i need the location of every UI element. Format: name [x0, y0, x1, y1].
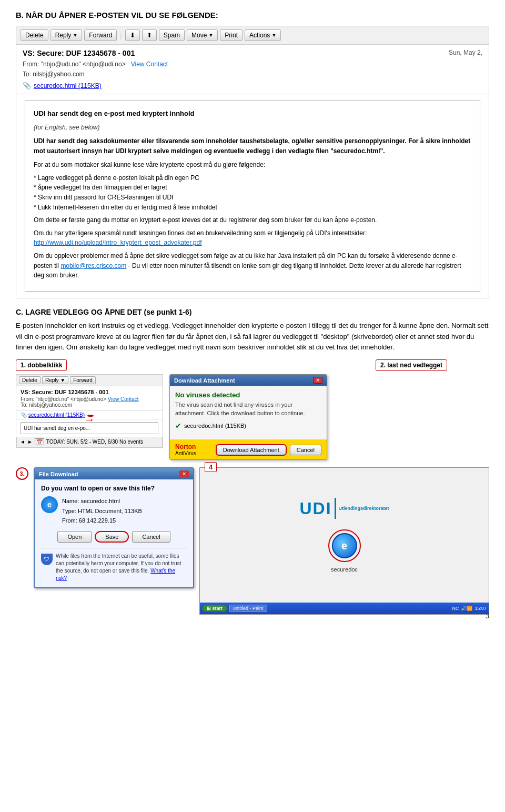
spam-button[interactable]: Spam	[159, 29, 185, 41]
email-date: Sun, May 2,	[449, 49, 482, 56]
norton-name: Norton	[175, 443, 196, 450]
fd-ie-icon: e	[41, 496, 58, 513]
udi-logo-divider	[335, 498, 336, 519]
email-header: Sun, May 2, VS: Secure: DUF 12345678 - 0…	[16, 45, 489, 94]
udi-logo-row: UDI Utlendingsdirektoratet	[299, 498, 389, 519]
bullet3: * Skriv inn ditt passord for CRES-løsnin…	[34, 193, 471, 203]
bullet4: * Lukk Internett-leseren din etter du er…	[34, 203, 471, 213]
forward-button[interactable]: Forward	[84, 29, 117, 41]
inner-title: UDI har sendt deg en e-post med kryptert…	[34, 108, 471, 119]
fd-title: File Download	[39, 471, 78, 477]
section-c-heading: C. LAGRE VEDLEGG OG ÅPNE DET (se punkt 1…	[16, 308, 489, 316]
fd-body: Do you want to open or save this file? e…	[35, 479, 193, 587]
taskbar-start-button[interactable]: ⊞ start	[202, 605, 227, 612]
page-number: 3	[486, 612, 489, 620]
inner-para1: UDI har sendt deg saksdokumenter eller t…	[34, 136, 471, 156]
mini-delete[interactable]: Delete	[19, 376, 41, 384]
inner-para3: Om dette er første gang du mottar en kry…	[34, 215, 471, 225]
move-button[interactable]: Move ▼	[187, 29, 218, 41]
para4-text: Om du har ytterligere spørsmål rundt løs…	[34, 229, 367, 237]
cal-icon: 📅	[35, 438, 44, 445]
reply-button[interactable]: Reply ▼	[50, 29, 83, 41]
mini-from: From: "nbjo@udi.no" <nbjo@udi.no> View C…	[21, 396, 158, 402]
inner-para5: Om du opplever problemer med å åpne det …	[34, 251, 471, 280]
link1[interactable]: http://www.udi.no/upload/Intro_kryptert_…	[34, 239, 202, 246]
from-name: "nbjo@udi.no" <nbjo@udi.no>	[41, 61, 126, 68]
attachment-link[interactable]: securedoc.html (115KB)	[34, 82, 102, 89]
file-download-dialog: File Download ✕ Do you want to open or s…	[34, 467, 194, 588]
mini-header: VS: Secure: DUF 12345678 - 001 From: "nb…	[16, 386, 163, 411]
download-dialog: Download Attachment ✕ No viruses detecte…	[169, 374, 327, 460]
taskbar-nc: NC	[452, 606, 459, 611]
upload-button[interactable]: ⬆	[142, 29, 157, 41]
udi-icon-area: e securedoc	[328, 529, 361, 573]
mini-view-contact[interactable]: View Contact	[108, 396, 139, 402]
cal-nav-left: ◄	[20, 439, 25, 445]
taskbar-time: 15:07	[474, 606, 487, 611]
step1-annotation: 1. dobbelklikk	[16, 359, 67, 371]
top-diagram-row: Delete Reply ▼ Forward VS: Secure: DUF 1…	[16, 374, 489, 460]
section-b-heading: B. NÅR DU ÅPNER E-POSTEN VIL DU SE FØLGE…	[16, 11, 489, 19]
step3-step4-row: 3. File Download ✕ Do you want to open o…	[16, 467, 489, 615]
calendar-text: TODAY: SUN, 5/2 - WED, 6/30 No events	[46, 439, 143, 445]
mini-email-client: Delete Reply ▼ Forward VS: Secure: DUF 1…	[16, 374, 163, 448]
section-c-text: E-posten inneholder en kort instruks og …	[16, 320, 489, 353]
fd-buttons: Open Save Cancel	[41, 531, 187, 543]
dialog-title: Download Attachment	[174, 377, 235, 384]
fd-cancel-button[interactable]: Cancel	[132, 531, 170, 543]
bullet1: * Lagre vedlegget på denne e-posten loka…	[34, 173, 471, 183]
step3-circle: 3.	[16, 467, 28, 480]
taskbar-right: NC 🔊📶 15:07	[452, 606, 487, 611]
dialog-cancel-button[interactable]: Cancel	[290, 445, 321, 455]
fd-details: Name: securedoc.html Type: HTML Document…	[62, 496, 142, 526]
link2[interactable]: mobile@res.crisco.com	[60, 262, 126, 269]
udi-content-area: UDI Utlendingsdirektoratet e	[200, 468, 489, 603]
view-contact-link[interactable]: View Contact	[131, 61, 168, 68]
no-virus-text: No viruses detected	[175, 391, 321, 399]
dialog-title-bar: Download Attachment ✕	[170, 375, 327, 386]
download-attachment-button[interactable]: Download Attachment	[216, 444, 287, 456]
email-meta-from: From: "nbjo@udi.no" <nbjo@udi.no> View C…	[23, 59, 482, 69]
mini-email-container: Delete Reply ▼ Forward VS: Secure: DUF 1…	[16, 374, 163, 460]
to-label: To:	[23, 71, 31, 78]
inner-para4: Om du har ytterligere spørsmål rundt løs…	[34, 228, 471, 248]
mini-attachment-link[interactable]: securedoc.html (115KB)	[28, 412, 85, 418]
securedoc-label: securedoc	[331, 566, 358, 573]
fd-from: From: 68.142.229.15	[62, 516, 142, 526]
mini-forward[interactable]: Forward	[70, 376, 96, 384]
dialog-close-button[interactable]: ✕	[313, 377, 322, 384]
fd-type: Type: HTML Document, 113KB	[62, 506, 142, 516]
email-inner-box: UDI har sendt deg en e-post med kryptert…	[25, 101, 480, 291]
securedoc-highlight: e	[328, 529, 361, 562]
udi-full-name: Utlendingsdirektoratet	[339, 506, 389, 511]
mini-reply[interactable]: Reply ▼	[42, 376, 68, 384]
norton-logo: Norton AntiVirus	[175, 443, 196, 456]
email-meta-to: To: nilsbj@yahoo.com	[23, 69, 482, 79]
email-body: UDI har sendt deg en e-post med kryptert…	[16, 94, 489, 297]
fd-close-button[interactable]: ✕	[179, 470, 189, 477]
english-note: (for English, see below)	[34, 123, 471, 133]
fd-open-button[interactable]: Open	[57, 531, 92, 543]
ie-icon-large: e	[332, 533, 357, 558]
email-client-mockup: Delete Reply ▼ Forward | ⬇ ⬆ Spam Move ▼…	[16, 26, 489, 298]
delete-button[interactable]: Delete	[21, 29, 48, 41]
calendar-bar: ◄ ► 📅 TODAY: SUN, 5/2 - WED, 6/30 No eve…	[16, 437, 163, 447]
fd-save-button[interactable]: Save	[95, 531, 129, 543]
udi-logo-box: UDI Utlendingsdirektoratet	[299, 498, 389, 519]
udi-logo: UDI	[299, 499, 331, 518]
annotation-row: 1. dobbelklikk 2. last ned vedlegget	[16, 359, 489, 371]
mini-paperclip-icon: 📎	[21, 412, 27, 418]
fd-file-info: e Name: securedoc.html Type: HTML Docume…	[41, 496, 187, 526]
toolbar-separator: |	[120, 32, 122, 39]
fd-name: Name: securedoc.html	[62, 496, 142, 506]
download-up-button[interactable]: ⬇	[125, 29, 140, 41]
taskbar-item-untitled[interactable]: untitled - Paint	[229, 605, 267, 612]
fd-title-bar: File Download ✕	[35, 468, 193, 479]
norton-av: AntiVirus	[175, 450, 196, 456]
mini-toolbar: Delete Reply ▼ Forward	[16, 375, 163, 386]
print-button[interactable]: Print	[220, 29, 243, 41]
diagram-top-section: 1. dobbelklikk 2. last ned vedlegget Del…	[16, 359, 489, 460]
actions-button[interactable]: Actions ▼	[245, 29, 281, 41]
from-label: From:	[23, 61, 39, 68]
red-arrow-right: →	[84, 414, 95, 426]
